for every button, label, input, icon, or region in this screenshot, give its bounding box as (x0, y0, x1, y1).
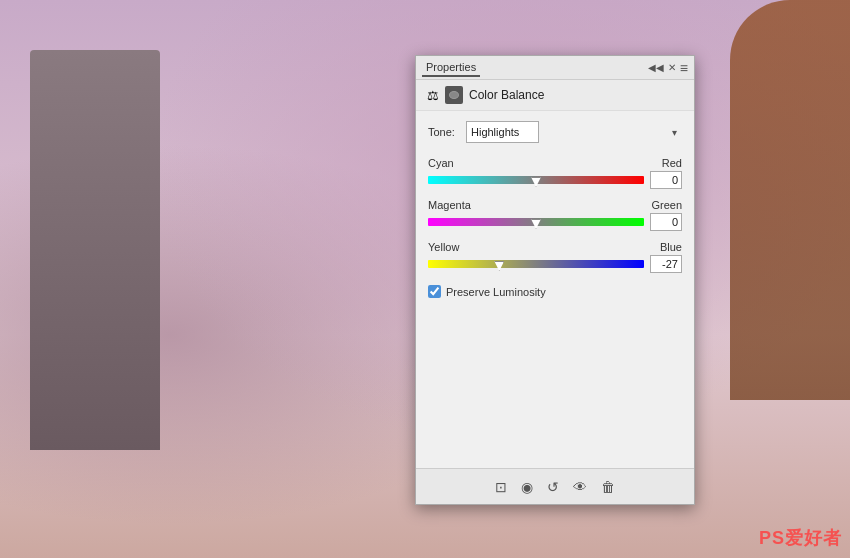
magenta-green-slider-row: Magenta Green (428, 199, 682, 231)
magenta-green-container (428, 213, 682, 231)
yellow-label: Yellow (428, 241, 459, 253)
tone-select-wrapper: Shadows Midtones Highlights (466, 121, 682, 143)
cyan-red-slider-row: Cyan Red (428, 157, 682, 189)
cyan-red-container (428, 171, 682, 189)
cyan-red-labels: Cyan Red (428, 157, 682, 169)
yellow-blue-labels: Yellow Blue (428, 241, 682, 253)
tone-row: Tone: Shadows Midtones Highlights (428, 121, 682, 143)
magenta-green-thumb (531, 219, 541, 229)
magenta-green-track-wrapper[interactable] (428, 213, 644, 231)
preserve-luminosity-checkbox[interactable] (428, 285, 441, 298)
yellow-blue-track-wrapper[interactable] (428, 255, 644, 273)
close-icon[interactable]: ✕ (668, 63, 676, 73)
bg-tree (730, 0, 850, 400)
watermark: PS爱好者 (759, 526, 842, 550)
trash-icon[interactable]: 🗑 (601, 479, 615, 495)
magenta-green-track (428, 218, 644, 226)
yellow-blue-thumb (494, 261, 504, 271)
menu-icon[interactable]: ≡ (680, 60, 688, 76)
visibility-icon[interactable]: 👁 (573, 479, 587, 495)
cyan-red-thumb (531, 177, 541, 187)
crop-icon[interactable]: ⊡ (495, 479, 507, 495)
watermark-prefix: PS (759, 528, 785, 548)
panel-tab-properties[interactable]: Properties (422, 59, 480, 77)
tone-label: Tone: (428, 126, 460, 138)
cyan-red-track (428, 176, 644, 184)
panel-titlebar: Properties ◀◀ ✕ ≡ (416, 56, 694, 80)
balance-icon: ⚖ (424, 86, 442, 104)
panel-footer: ⊡ ◉ ↺ 👁 🗑 (416, 468, 694, 504)
collapse-icon[interactable]: ◀◀ (648, 63, 664, 73)
cyan-label: Cyan (428, 157, 454, 169)
panel-body: Tone: Shadows Midtones Highlights Cyan R… (416, 111, 694, 468)
preserve-row: Preserve Luminosity (428, 285, 682, 298)
preserve-luminosity-label: Preserve Luminosity (446, 286, 546, 298)
panel-header: ⚖ Color Balance (416, 80, 694, 111)
panel-title: Color Balance (469, 88, 544, 102)
camera-icon (445, 86, 463, 104)
undo-icon[interactable]: ↺ (547, 479, 559, 495)
magenta-label: Magenta (428, 199, 471, 211)
yellow-blue-slider-row: Yellow Blue (428, 241, 682, 273)
cyan-red-value[interactable] (650, 171, 682, 189)
red-label: Red (662, 157, 682, 169)
green-label: Green (651, 199, 682, 211)
eye-previous-icon[interactable]: ◉ (521, 479, 533, 495)
yellow-blue-value[interactable] (650, 255, 682, 273)
properties-panel: Properties ◀◀ ✕ ≡ ⚖ Color Balance Tone: … (415, 55, 695, 505)
cyan-red-track-wrapper[interactable] (428, 171, 644, 189)
titlebar-controls: ◀◀ ✕ ≡ (648, 60, 688, 76)
blue-label: Blue (660, 241, 682, 253)
yellow-blue-container (428, 255, 682, 273)
magenta-green-labels: Magenta Green (428, 199, 682, 211)
watermark-suffix: 爱好者 (785, 528, 842, 548)
bg-tower (30, 50, 160, 450)
magenta-green-value[interactable] (650, 213, 682, 231)
header-icons: ⚖ (424, 86, 463, 104)
yellow-blue-track (428, 260, 644, 268)
tone-select[interactable]: Shadows Midtones Highlights (466, 121, 539, 143)
